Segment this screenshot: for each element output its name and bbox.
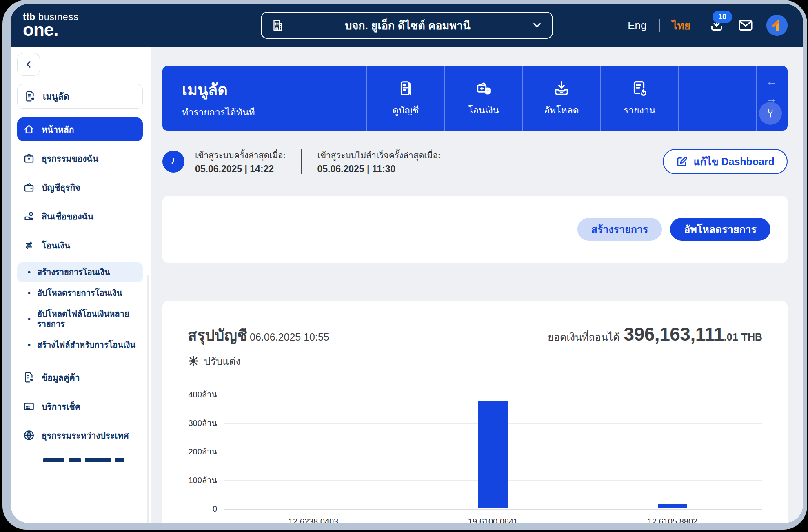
sidebar-item-cheque-service[interactable]: บริการเช็ค <box>17 395 143 418</box>
customize-label: ปรับแต่ง <box>204 353 241 369</box>
y-tick: 100ล้าน <box>188 474 217 487</box>
y-tick: 0 <box>213 504 217 514</box>
chevron-down-icon <box>531 19 543 31</box>
top-navbar: ttbbusiness one. บจก. ยูเอ็ก ดีไซต์ คอมพ… <box>11 4 803 47</box>
account-balance-chart: 400ล้าน 300ล้าน 200ล้าน 100ล้าน 0 <box>188 395 762 523</box>
wallet-coins-icon <box>474 79 493 98</box>
sidebar-subitem-label: อัปโหลดรายการโอนเงิน <box>37 288 122 298</box>
logo-one: one. <box>23 21 79 39</box>
ttb-business-one-logo: ttbbusiness one. <box>23 12 79 39</box>
device-frame: ttbbusiness one. บจก. ยูเอ็ก ดีไซต์ คอมพ… <box>0 0 808 532</box>
y-tick: 400ล้าน <box>188 388 217 401</box>
customize-quick-menu-button[interactable] <box>759 102 782 125</box>
last-failed-login-label: เข้าสู่ระบบไม่สำเร็จครั้งล่าสุดเมื่อ: <box>317 149 440 162</box>
summary-datetime: 06.06.2025 10:55 <box>250 331 329 343</box>
messages-button[interactable] <box>737 17 754 34</box>
sidebar-item-home[interactable]: หน้าหลัก <box>17 117 143 141</box>
quick-action-label: ดูบัญชี <box>393 103 419 117</box>
create-transaction-button[interactable]: สร้างรายการ <box>577 218 662 241</box>
sidebar-item-shortcut-menu[interactable]: เมนูลัด <box>17 84 143 109</box>
home-icon <box>23 123 35 135</box>
sidebar-subitem-label: อัปโหลดไฟล์โอนเงินหลายรายการ <box>37 309 138 329</box>
gridline <box>224 395 762 395</box>
quick-menu-banner: เมนูลัด ทำรายการได้ทันที ดูบัญชี <box>162 66 788 131</box>
sidebar-collapse-button[interactable] <box>17 53 40 76</box>
sidebar-item-clipped <box>43 458 145 462</box>
withdrawable-label: ยอดเงินที่ถอนได้ <box>548 329 619 345</box>
quick-action-view-accounts[interactable]: ดูบัญชี <box>366 66 444 131</box>
downloads-button[interactable]: 10 <box>708 17 725 33</box>
language-eng[interactable]: Eng <box>628 19 646 32</box>
sidebar-subitem-create-transfer[interactable]: • สร้างรายการโอนเงิน <box>17 262 143 282</box>
edit-dashboard-button[interactable]: แก้ไข Dashboard <box>663 149 788 174</box>
sidebar-item-label: บัญชีธุรกิจ <box>42 181 80 194</box>
last-login-label: เข้าสู่ระบบครั้งล่าสุดเมื่อ: <box>195 149 286 162</box>
edit-dashboard-label: แก้ไข Dashboard <box>694 153 775 170</box>
passbook-icon <box>396 79 415 98</box>
sidebar-item-label: ธุรกรรมของฉัน <box>42 152 98 165</box>
gear-icon <box>188 355 199 367</box>
bullet-icon: • <box>28 267 31 277</box>
sidebar-subitem-upload-transfer[interactable]: • อัปโหลดรายการโอนเงิน <box>17 283 143 303</box>
summary-title: สรุปบัญชี <box>188 323 247 347</box>
sidebar-subitem-create-transfer-file[interactable]: • สร้างไฟล์สำหรับการโอนเงิน <box>17 335 143 355</box>
account-summary-card: สรุปบัญชี 06.06.2025 10:55 <box>162 301 788 523</box>
last-failed-login-time: 05.06.2025 | 11:30 <box>317 164 440 175</box>
edit-icon <box>676 155 688 168</box>
quick-menu-title-block: เมนูลัด ทำรายการได้ทันที <box>162 66 366 131</box>
chart-y-axis: 400ล้าน 300ล้าน 200ล้าน 100ล้าน 0 <box>188 395 224 509</box>
last-login-block: เข้าสู่ระบบครั้งล่าสุดเมื่อ: 05.06.2025 … <box>195 149 286 175</box>
cheque-icon <box>23 400 35 412</box>
currency-label: THB <box>741 331 762 343</box>
sidebar-subitem-upload-bulk-file[interactable]: • อัปโหลดไฟล์โอนเงินหลายรายการ <box>17 304 143 334</box>
shortcut-menu-icon <box>24 90 36 102</box>
clock-icon <box>162 151 184 173</box>
bullet-icon: • <box>28 314 31 324</box>
upload-transaction-button[interactable]: อัพโหลดรายการ <box>670 218 770 241</box>
x-category-1: 12 6238 0403 (THB) <box>289 517 338 523</box>
y-tick: 300ล้าน <box>188 417 217 430</box>
bar-account-2 <box>478 401 508 508</box>
mail-icon <box>737 17 754 34</box>
sidebar-item-my-loans[interactable]: สินเชื่อของฉัน <box>17 204 143 228</box>
app-window: ttbbusiness one. บจก. ยูเอ็ก ดีไซต์ คอมพ… <box>11 4 803 523</box>
user-avatar[interactable] <box>766 15 788 36</box>
login-info-row: เข้าสู่ระบบครั้งล่าสุดเมื่อ: 05.06.2025 … <box>162 149 788 175</box>
globe-icon <box>23 429 35 441</box>
quick-action-transfer[interactable]: โอนเงิน <box>444 66 522 131</box>
withdrawable-amount: 396,163,111 <box>624 323 724 345</box>
transactions-card: สร้างรายการ อัพโหลดรายการ <box>162 196 788 263</box>
quick-menu-title: เมนูลัด <box>182 77 366 102</box>
chart-plot-area <box>224 395 762 509</box>
sidebar-subitem-label: สร้างรายการโอนเงิน <box>37 267 110 277</box>
bar-account-3 <box>658 504 687 508</box>
y-tick: 200ล้าน <box>188 445 217 458</box>
sidebar-item-business-accounts[interactable]: บัญชีธุรกิจ <box>17 175 143 199</box>
summary-title-block: สรุปบัญชี 06.06.2025 10:55 <box>188 323 329 369</box>
sidebar-item-my-transactions[interactable]: ธุรกรรมของฉัน <box>17 146 143 170</box>
company-selector[interactable]: บจก. ยูเอ็ก ดีไซต์ คอมพานี <box>261 12 553 39</box>
sidebar-item-label: ธุรกรรมระหว่างประเทศ <box>42 429 129 442</box>
page-body: เมนูลัด หน้าหลัก ธุรกรรมของฉัน <box>11 47 803 523</box>
login-divider <box>301 149 302 174</box>
last-login-time: 05.06.2025 | 14:22 <box>195 164 286 175</box>
customize-summary-button[interactable]: ปรับแต่ง <box>188 353 329 369</box>
quick-action-reports[interactable]: รายงาน <box>600 66 678 131</box>
briefcase-icon <box>23 152 35 164</box>
sidebar-scrollbar[interactable] <box>147 275 149 523</box>
sidebar: เมนูลัด หน้าหลัก ธุรกรรมของฉัน <box>11 47 151 523</box>
withdrawable-amount-block: ยอดเงินที่ถอนได้ 396,163,111 .01 THB <box>548 323 762 345</box>
quick-action-upload[interactable]: อัพโหลด <box>522 66 600 131</box>
carousel-prev-icon[interactable]: ← <box>766 76 777 87</box>
chart-x-axis: 12 6238 0403 (THB) 19 6100 0641 (THB) 12… <box>224 517 762 523</box>
language-thai[interactable]: ไทย <box>672 17 690 34</box>
bullet-icon: • <box>28 340 31 350</box>
sidebar-subitem-label: สร้างไฟล์สำหรับการโอนเงิน <box>37 340 135 350</box>
building-icon <box>271 18 284 32</box>
sidebar-item-partner-data[interactable]: ข้อมูลคู่ค้า <box>17 366 143 389</box>
sidebar-item-transfer[interactable]: โอนเงิน <box>17 233 143 257</box>
sidebar-item-international[interactable]: ธุรกรรมระหว่างประเทศ <box>17 423 143 447</box>
sidebar-menu: หน้าหลัก ธุรกรรมของฉัน บัญชีธุรกิจ <box>17 117 145 462</box>
sidebar-item-label: โอนเงิน <box>42 239 70 252</box>
quick-menu-subtitle: ทำรายการได้ทันที <box>182 105 366 120</box>
